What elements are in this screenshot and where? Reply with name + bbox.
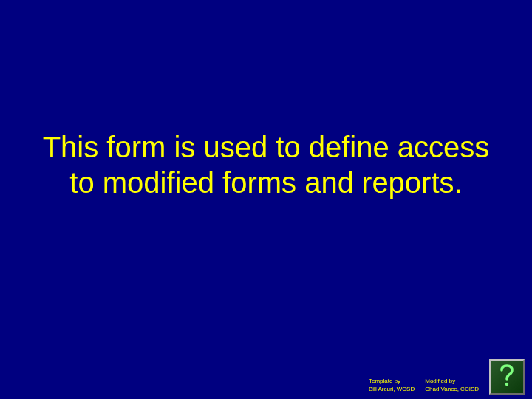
template-credit: Template by Bill Arcuri, WCSD xyxy=(369,378,415,393)
footer-credits: Template by Bill Arcuri, WCSD Modified b… xyxy=(369,378,479,393)
svg-point-0 xyxy=(505,383,508,386)
help-icon xyxy=(494,362,520,392)
template-credit-label: Template by xyxy=(369,378,415,385)
modified-credit: Modified by Chad Vance, CCISD xyxy=(425,378,479,393)
slide-main-text: This form is used to define access to mo… xyxy=(0,129,532,200)
help-button[interactable] xyxy=(489,359,525,395)
template-credit-author: Bill Arcuri, WCSD xyxy=(369,386,415,393)
modified-credit-label: Modified by xyxy=(425,378,479,385)
modified-credit-author: Chad Vance, CCISD xyxy=(425,386,479,393)
